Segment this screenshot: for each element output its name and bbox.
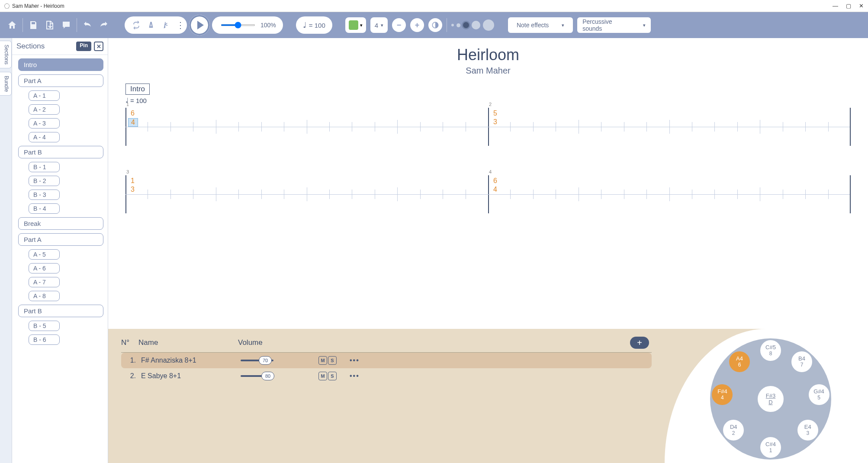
- sections-list[interactable]: IntroPart AA - 1A - 2A - 3A - 4Part BB -…: [12, 55, 108, 463]
- measure[interactable]: 164: [125, 108, 488, 146]
- size-dot-l[interactable]: [472, 21, 480, 29]
- percussive-dropdown[interactable]: Percussive sounds ▾: [577, 17, 651, 33]
- section-item[interactable]: Part A: [18, 74, 103, 87]
- subsection-item[interactable]: B - 3: [29, 190, 60, 200]
- mute-button[interactable]: M: [318, 372, 327, 380]
- handpan-tone[interactable]: B47: [791, 351, 812, 372]
- tone-name: F#4: [717, 389, 727, 395]
- section-item[interactable]: Part B: [18, 146, 103, 158]
- tab-note[interactable]: 6: [131, 109, 138, 117]
- subsection-item[interactable]: A - 4: [29, 132, 60, 142]
- size-dot-s[interactable]: [457, 23, 460, 27]
- pin-button[interactable]: Pin: [76, 42, 91, 51]
- comment-button[interactable]: [60, 19, 72, 31]
- volume-slider[interactable]: 70: [241, 360, 273, 361]
- playback-menu[interactable]: ⋮: [176, 20, 185, 30]
- metronome-button[interactable]: [146, 20, 156, 30]
- subsection-item[interactable]: A - 1: [29, 90, 60, 101]
- note-effects-dropdown[interactable]: Note effects ▾: [508, 17, 573, 33]
- song-title: Heirloom: [108, 46, 868, 64]
- subsection-item[interactable]: A - 5: [29, 249, 60, 260]
- half-button[interactable]: [428, 18, 442, 32]
- instruments-area: N° Name Volume + 1.F# Annaziska 8+170MS•…: [108, 329, 868, 463]
- export-button[interactable]: [44, 19, 56, 31]
- decrease-button[interactable]: −: [392, 18, 406, 32]
- increase-button[interactable]: +: [410, 18, 424, 32]
- close-panel-button[interactable]: ✕: [94, 42, 103, 51]
- subsection-item[interactable]: B - 2: [29, 176, 60, 186]
- volume-handle[interactable]: 70: [259, 356, 272, 365]
- solo-button[interactable]: S: [328, 372, 337, 380]
- size-dot-m[interactable]: [463, 22, 469, 28]
- subsection-item[interactable]: A - 3: [29, 118, 60, 129]
- volume-slider[interactable]: 80: [241, 375, 273, 377]
- tone-name: G#4: [813, 389, 824, 395]
- tone-name: C#4: [765, 441, 776, 447]
- mute-button[interactable]: M: [318, 356, 327, 365]
- measure[interactable]: 313: [125, 175, 488, 213]
- color-picker[interactable]: ▾: [345, 17, 366, 33]
- note-size-selector[interactable]: [451, 19, 494, 31]
- section-item[interactable]: Part A: [18, 233, 103, 246]
- instrument-menu[interactable]: •••: [350, 357, 360, 364]
- add-instrument-button[interactable]: +: [630, 337, 649, 349]
- instrument-menu[interactable]: •••: [350, 372, 360, 380]
- chevron-down-icon: ▾: [360, 23, 363, 28]
- play-button[interactable]: [188, 13, 211, 37]
- beats-selector[interactable]: 4 ▾: [370, 17, 388, 33]
- tab-bundle[interactable]: Bundle: [0, 72, 12, 96]
- measure-number: 3: [126, 169, 129, 174]
- handpan-ding[interactable]: F#3 D: [752, 381, 789, 417]
- countoff-button[interactable]: [161, 20, 170, 30]
- tab-note[interactable]: 6: [493, 177, 497, 185]
- col-num: N°: [121, 338, 138, 347]
- measure[interactable]: 253: [488, 108, 851, 146]
- instrument-row[interactable]: 1.F# Annaziska 8+170MS•••: [121, 353, 652, 368]
- handpan[interactable]: F#3 D C#58B47G#45E43C#41D42F#44A46: [710, 338, 831, 460]
- handpan-tone[interactable]: E43: [797, 420, 818, 440]
- subsection-item[interactable]: B - 5: [29, 321, 60, 331]
- subsection-item[interactable]: A - 7: [29, 277, 60, 287]
- section-item[interactable]: Part B: [18, 305, 103, 317]
- subsection-item[interactable]: B - 6: [29, 334, 60, 345]
- volume-handle[interactable]: 80: [261, 372, 274, 380]
- save-button[interactable]: [27, 19, 39, 31]
- window-minimize[interactable]: —: [833, 3, 838, 9]
- tab-sections[interactable]: Sections: [0, 41, 12, 68]
- percussive-label: Percussive sounds: [582, 18, 630, 32]
- tab-note[interactable]: 5: [493, 109, 497, 117]
- measure[interactable]: 464: [488, 175, 851, 213]
- loop-button[interactable]: [132, 20, 141, 30]
- instrument-row[interactable]: 2.E Sabye 8+180MS•••: [121, 368, 652, 384]
- handpan-tone[interactable]: D42: [723, 420, 744, 440]
- tab-note[interactable]: 4: [493, 186, 497, 193]
- handpan-tone[interactable]: A46: [729, 351, 750, 372]
- undo-button[interactable]: [81, 19, 93, 31]
- subsection-item[interactable]: B - 4: [29, 203, 60, 214]
- solo-button[interactable]: S: [328, 356, 337, 365]
- tab-note[interactable]: 4: [128, 118, 138, 127]
- tab-note[interactable]: 3: [131, 186, 135, 193]
- redo-button[interactable]: [98, 19, 110, 31]
- handpan-tone[interactable]: G#45: [809, 384, 829, 405]
- tab-note[interactable]: 3: [493, 118, 497, 126]
- window-maximize[interactable]: ▢: [846, 3, 851, 9]
- section-item[interactable]: Break: [18, 217, 103, 230]
- tab-note[interactable]: 1: [131, 177, 135, 185]
- handpan-tone[interactable]: C#41: [760, 437, 781, 458]
- app-icon: [4, 3, 10, 9]
- tempo-display[interactable]: ♩ = 100: [296, 16, 332, 34]
- vertical-tabs: Sections Bundle: [0, 38, 12, 463]
- subsection-item[interactable]: A - 6: [29, 263, 60, 273]
- size-dot-xl[interactable]: [483, 19, 494, 31]
- speed-slider[interactable]: [221, 24, 255, 26]
- subsection-item[interactable]: A - 8: [29, 291, 60, 301]
- handpan-tone[interactable]: F#44: [712, 384, 733, 405]
- subsection-item[interactable]: A - 2: [29, 104, 60, 115]
- window-close[interactable]: ✕: [859, 3, 864, 9]
- subsection-item[interactable]: B - 1: [29, 162, 60, 172]
- handpan-tone[interactable]: C#58: [760, 340, 781, 361]
- section-item[interactable]: Intro: [18, 58, 103, 71]
- home-button[interactable]: [6, 19, 18, 31]
- size-dot-xs[interactable]: [451, 24, 454, 26]
